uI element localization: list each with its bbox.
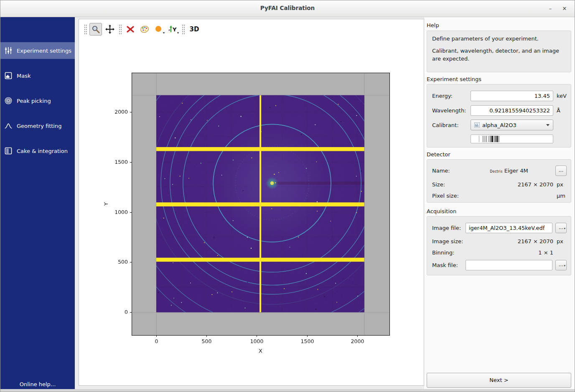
help-text-line1: Define parameters of your experiment. [427, 31, 571, 43]
toolbar-grip-handle[interactable] [182, 24, 185, 34]
app-window: PyFAI Calibration – ✕ Experiment setting… [0, 0, 575, 392]
online-help-link[interactable]: Online help... [0, 381, 75, 387]
detector-brand: Dectris [490, 170, 502, 173]
energy-unit: keV [553, 93, 567, 99]
acquisition-section-title: Acquisition [427, 208, 456, 214]
binning-label: Binning: [432, 249, 466, 256]
help-box: Define parameters of your experiment. Ca… [427, 31, 571, 72]
help-section-title: Help [427, 22, 439, 28]
dropdown-caret-icon: ▾ [177, 31, 179, 35]
sidebar-item-label: Experiment settings [17, 48, 71, 54]
calibrant-label: Calibrant: [432, 122, 471, 128]
marker-style-button[interactable]: ▾ [153, 23, 165, 36]
window-title: PyFAI Calibration [0, 5, 575, 11]
sidebar-item-label: Peak picking [17, 98, 51, 104]
calibrant-value: alpha_Al2O3 [482, 122, 516, 128]
image-size-unit: px [553, 238, 567, 244]
plot-panel: ▾ Y a ▾ 3D [79, 19, 424, 386]
sidebar: Experiment settings Mask Peak picking G [0, 17, 75, 389]
sidebar-item-label: Mask [17, 73, 31, 79]
calibrant-rings-preview [471, 135, 553, 143]
calibrant-dropdown[interactable]: alpha_Al2O3 [471, 120, 553, 130]
experiment-box: Energy: 13.45 keV Wavelength: 0.92181559… [427, 84, 571, 148]
chevron-down-icon [546, 124, 550, 126]
image-file-field[interactable]: iger4M_Al2O3_13.45keV.edf [466, 223, 552, 233]
dropdown-caret-icon: ▾ [163, 31, 165, 35]
wavelength-field[interactable]: 0.9218155940253322 [471, 105, 553, 116]
svg-text:a: a [168, 28, 170, 32]
y-axis-orientation-button[interactable]: Y a ▾ [167, 23, 179, 36]
energy-label: Energy: [432, 93, 471, 99]
clear-zoom-button[interactable] [124, 23, 137, 36]
palette-icon [140, 25, 149, 34]
sidebar-item-mask[interactable]: Mask [0, 67, 75, 84]
mask-file-browse-button[interactable]: ...▾ [555, 260, 567, 270]
window-bottom-border [0, 389, 575, 392]
rings-icon [4, 97, 13, 105]
image-size-value: 2167 × 2070 [466, 238, 553, 244]
mask-file-label: Mask file: [432, 262, 466, 268]
energy-field[interactable]: 13.45 [471, 91, 553, 101]
sidebar-item-geometry-fitting[interactable]: Geometry fitting [0, 117, 75, 134]
help-text-line2: Calibrant, wavelength, detector, and an … [427, 43, 571, 63]
sidebar-item-label: Geometry fitting [17, 123, 61, 129]
3d-view-button[interactable]: 3D [187, 23, 201, 36]
dropdown-caret-icon: ▾ [564, 224, 565, 233]
detector-box: Name: Dectris Eiger 4M ... Size: 2167 × … [427, 159, 571, 203]
image-file-label: Image file: [432, 225, 466, 231]
plot-toolbar: ▾ Y a ▾ 3D [82, 22, 202, 37]
toolbar-grip-handle[interactable] [84, 24, 87, 34]
sidebar-item-cake-integration[interactable]: Cake & integration [0, 143, 75, 159]
magnifier-icon [92, 25, 100, 33]
diffraction-plot[interactable] [79, 40, 425, 370]
wavelength-unit: Å [553, 107, 567, 114]
binning-value: 1 × 1 [466, 249, 553, 256]
sidebar-item-experiment-settings[interactable]: Experiment settings [0, 42, 75, 59]
detector-name-value: Dectris Eiger 4M [466, 168, 552, 174]
red-x-icon [126, 25, 135, 33]
cake-icon [4, 147, 13, 155]
close-button[interactable]: ✕ [560, 4, 570, 14]
pan-tool-button[interactable] [104, 23, 116, 36]
titlebar: PyFAI Calibration – ✕ [0, 0, 575, 17]
detector-size-value: 2167 × 2070 [466, 181, 553, 188]
pan-icon [105, 25, 114, 34]
detector-size-label: Size: [432, 181, 466, 188]
y-axis-icon: Y a [168, 25, 178, 34]
settings-panel: Help Define parameters of your experimen… [424, 17, 575, 389]
detector-size-unit: px [553, 181, 567, 188]
svg-text:Y: Y [172, 26, 177, 33]
image-size-label: Image size: [432, 238, 466, 244]
dropdown-caret-icon: ▾ [564, 262, 565, 270]
colormap-button[interactable] [138, 23, 151, 36]
acquisition-box: Image file: iger4M_Al2O3_13.45keV.edf ..… [427, 216, 571, 275]
pixel-size-label: Pixel size: [432, 193, 466, 199]
calibrant-spectrum-icon [474, 122, 480, 127]
sliders-icon [4, 46, 13, 55]
image-file-browse-button[interactable]: ...▾ [555, 223, 567, 233]
sidebar-item-label: Cake & integration [17, 148, 68, 154]
zoom-tool-button[interactable] [89, 23, 102, 36]
mask-file-field[interactable] [466, 260, 552, 270]
detector-browse-button[interactable]: ... [555, 165, 567, 176]
pixel-size-unit: µm [553, 193, 567, 199]
mask-icon [4, 71, 13, 80]
peak-curve-icon [4, 122, 13, 130]
detector-section-title: Detector [427, 151, 450, 158]
toolbar-grip-handle[interactable] [119, 24, 122, 34]
wavelength-label: Wavelength: [432, 107, 471, 114]
orange-dot-icon [155, 25, 163, 33]
experiment-section-title: Experiment settings [427, 76, 481, 82]
sidebar-item-peak-picking[interactable]: Peak picking [0, 92, 75, 109]
detector-name-label: Name: [432, 168, 466, 174]
next-button[interactable]: Next > [427, 373, 571, 388]
minimize-button[interactable]: – [545, 4, 555, 14]
